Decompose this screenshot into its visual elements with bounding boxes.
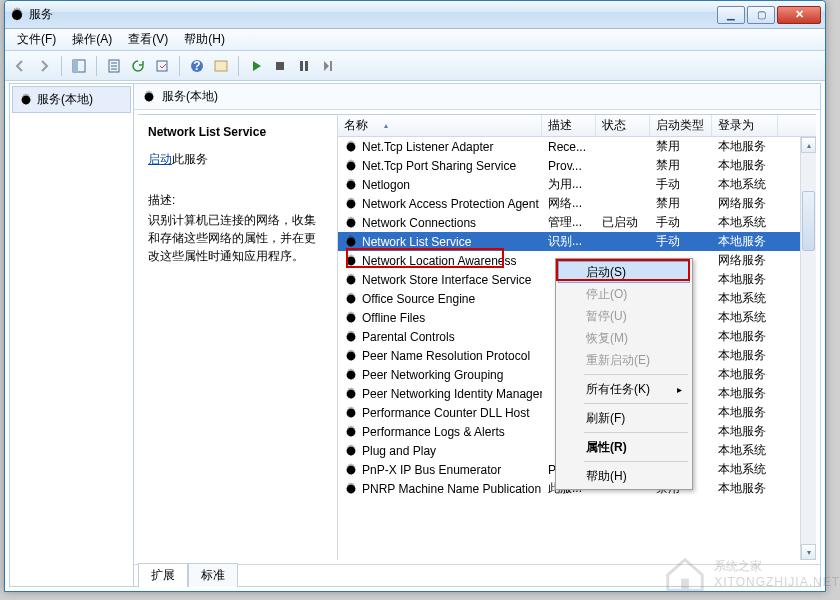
close-button[interactable] — [777, 6, 821, 24]
ctx-resume[interactable]: 恢复(M) — [558, 327, 690, 349]
gear-icon — [344, 444, 358, 458]
gear-icon — [344, 311, 358, 325]
cell-logon: 网络服务 — [712, 252, 778, 269]
restart-service-icon[interactable] — [317, 55, 339, 77]
cell-startup: 手动 — [650, 214, 712, 231]
ctx-pause[interactable]: 暂停(U) — [558, 305, 690, 327]
menu-action[interactable]: 操作(A) — [64, 28, 120, 51]
col-desc[interactable]: 描述 — [542, 115, 596, 136]
gear-icon — [344, 159, 358, 173]
cell-startup: 禁用 — [650, 138, 712, 155]
table-row[interactable]: Network Access Protection Agent网络...禁用网络… — [338, 194, 816, 213]
cell-name: Peer Name Resolution Protocol — [362, 349, 530, 363]
stop-service-icon[interactable] — [269, 55, 291, 77]
scroll-down-icon[interactable]: ▾ — [801, 544, 816, 560]
start-service-link[interactable]: 启动 — [148, 152, 172, 166]
svg-text:?: ? — [193, 59, 200, 73]
ctx-stop[interactable]: 停止(O) — [558, 283, 690, 305]
table-row[interactable]: Netlogon为用...手动本地系统 — [338, 175, 816, 194]
gear-icon — [344, 387, 358, 401]
gear-icon — [344, 406, 358, 420]
ctx-all-tasks[interactable]: 所有任务(K) — [558, 378, 690, 400]
menubar: 文件(F) 操作(A) 查看(V) 帮助(H) — [5, 29, 825, 51]
svg-rect-7 — [215, 61, 227, 71]
start-service-icon[interactable] — [245, 55, 267, 77]
cell-logon: 本地服务 — [712, 366, 778, 383]
refresh-icon[interactable] — [127, 55, 149, 77]
cell-name: PNRP Machine Name Publication... — [362, 482, 542, 496]
cell-name: Net.Tcp Port Sharing Service — [362, 159, 516, 173]
cell-desc: 为用... — [542, 176, 596, 193]
cell-logon: 本地服务 — [712, 138, 778, 155]
ctx-properties[interactable]: 属性(R) — [558, 436, 690, 458]
cell-startup: 禁用 — [650, 195, 712, 212]
cell-logon: 本地系统 — [712, 290, 778, 307]
cell-name: PnP-X IP Bus Enumerator — [362, 463, 501, 477]
svg-rect-8 — [276, 62, 284, 70]
cell-logon: 本地服务 — [712, 480, 778, 497]
nav-back-icon[interactable] — [9, 55, 31, 77]
ctx-refresh[interactable]: 刷新(F) — [558, 407, 690, 429]
table-row[interactable]: Network Connections管理...已启动手动本地系统 — [338, 213, 816, 232]
gear-icon — [19, 93, 33, 107]
menu-help[interactable]: 帮助(H) — [176, 28, 233, 51]
cell-desc: 识别... — [542, 233, 596, 250]
properties-icon[interactable] — [210, 55, 232, 77]
gear-icon — [344, 197, 358, 211]
maximize-button[interactable] — [747, 6, 775, 24]
col-logon[interactable]: 登录为 — [712, 115, 778, 136]
ctx-start[interactable]: 启动(S) — [558, 261, 690, 283]
ctx-help[interactable]: 帮助(H) — [558, 465, 690, 487]
cell-logon: 本地服务 — [712, 157, 778, 174]
gear-icon — [142, 90, 156, 104]
cell-logon: 本地系统 — [712, 442, 778, 459]
cell-name: Peer Networking Identity Manager — [362, 387, 542, 401]
ctx-restart[interactable]: 重新启动(E) — [558, 349, 690, 371]
export-list-icon[interactable] — [103, 55, 125, 77]
cell-name: Offline Files — [362, 311, 425, 325]
export-icon[interactable] — [151, 55, 173, 77]
svg-rect-10 — [305, 61, 308, 71]
col-status[interactable]: 状态 — [596, 115, 650, 136]
cell-logon: 本地服务 — [712, 423, 778, 440]
cell-name: Network Location Awareness — [362, 254, 517, 268]
cell-startup: 手动 — [650, 233, 712, 250]
table-row[interactable]: Network List Service识别...手动本地服务 — [338, 232, 816, 251]
cell-name: Peer Networking Grouping — [362, 368, 503, 382]
cell-name: Performance Logs & Alerts — [362, 425, 505, 439]
help-icon[interactable]: ? — [186, 55, 208, 77]
table-row[interactable]: Net.Tcp Listener AdapterRece...禁用本地服务 — [338, 137, 816, 156]
vertical-scrollbar[interactable]: ▴ ▾ — [800, 137, 816, 560]
menu-file[interactable]: 文件(F) — [9, 28, 64, 51]
pause-service-icon[interactable] — [293, 55, 315, 77]
app-icon — [9, 7, 25, 23]
cell-logon: 本地系统 — [712, 214, 778, 231]
bottom-tabs: 扩展 标准 — [134, 564, 820, 586]
svg-rect-11 — [330, 61, 332, 71]
detail-panel: Network List Service 启动此服务 描述: 识别计算机已连接的… — [138, 115, 337, 560]
cell-logon: 本地服务 — [712, 347, 778, 364]
toolbar: ? — [5, 51, 825, 81]
cell-logon: 网络服务 — [712, 195, 778, 212]
gear-icon — [344, 178, 358, 192]
desc-label: 描述: — [148, 192, 327, 209]
cell-desc: Prov... — [542, 159, 596, 173]
tab-extended[interactable]: 扩展 — [138, 563, 188, 587]
scroll-thumb[interactable] — [802, 191, 815, 251]
col-startup[interactable]: 启动类型 — [650, 115, 712, 136]
right-header-label: 服务(本地) — [162, 88, 218, 105]
cell-logon: 本地服务 — [712, 328, 778, 345]
tab-standard[interactable]: 标准 — [188, 563, 238, 587]
nav-forward-icon[interactable] — [33, 55, 55, 77]
tree-root[interactable]: 服务(本地) — [12, 86, 131, 113]
gear-icon — [344, 425, 358, 439]
gear-icon — [344, 292, 358, 306]
minimize-button[interactable] — [717, 6, 745, 24]
show-hide-tree-icon[interactable] — [68, 55, 90, 77]
menu-view[interactable]: 查看(V) — [120, 28, 176, 51]
col-name[interactable]: 名称 — [338, 115, 542, 136]
scroll-up-icon[interactable]: ▴ — [801, 137, 816, 153]
cell-startup: 手动 — [650, 176, 712, 193]
table-row[interactable]: Net.Tcp Port Sharing ServiceProv...禁用本地服… — [338, 156, 816, 175]
titlebar[interactable]: 服务 — [5, 1, 825, 29]
